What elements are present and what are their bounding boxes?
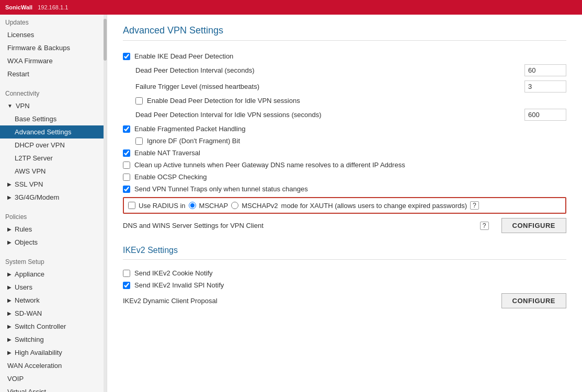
sd-wan-label: SD-WAN <box>15 309 42 317</box>
use-radius-label: Use RADIUS in <box>139 202 186 210</box>
objects-arrow-icon <box>7 239 12 245</box>
send-ikev2-cookie-checkbox[interactable] <box>123 270 130 277</box>
sidebar-item-aws-vpn[interactable]: AWS VPN <box>0 165 107 178</box>
sidebar-item-virtual-assist[interactable]: Virtual Assist <box>0 385 107 392</box>
sidebar-item-l2tp[interactable]: L2TP Server <box>0 152 107 165</box>
ignore-df-checkbox[interactable] <box>135 137 143 145</box>
cleanup-tunnels-row: Clean up Active tunnels when Peer Gatewa… <box>123 159 566 171</box>
enable-nat-row: Enable NAT Traversal <box>123 147 566 159</box>
ha-label: High Availability <box>15 349 62 356</box>
configure-ikev2-button[interactable]: CONFIGURE <box>501 293 567 308</box>
cleanup-tunnels-label: Clean up Active tunnels when Peer Gatewa… <box>134 161 566 169</box>
sidebar-item-voip[interactable]: VOIP <box>0 372 107 385</box>
dpd-interval-label: Dead Peer Detection Interval (seconds) <box>135 66 520 74</box>
modem-arrow-icon <box>7 194 12 200</box>
enable-nat-label: Enable NAT Traversal <box>134 149 566 157</box>
sidebar-item-network[interactable]: Network <box>0 294 107 307</box>
sidebar-item-modem[interactable]: 3G/4G/Modem <box>0 191 107 204</box>
users-label: Users <box>15 283 32 291</box>
sidebar: Updates Licenses Firmware & Backups WXA … <box>0 15 107 392</box>
enable-dpd-idle-checkbox[interactable] <box>135 97 143 105</box>
sidebar-item-dhcp-vpn[interactable]: DHCP over VPN <box>0 139 107 152</box>
main-content: Advanced VPN Settings Enable IKE Dead Pe… <box>107 15 582 392</box>
failure-trigger-label: Failure Trigger Level (missed heartbeats… <box>135 83 520 90</box>
mschap-label: MSCHAP <box>199 202 229 210</box>
enable-ike-row: Enable IKE Dead Peer Detection <box>123 50 566 62</box>
enable-ocsp-row: Enable OCSP Checking <box>123 171 566 183</box>
send-ikev2-cookie-row: Send IKEv2 Cookie Notify <box>123 267 566 279</box>
enable-ocsp-checkbox[interactable] <box>123 174 130 181</box>
send-ikev2-spi-row: Send IKEv2 Invalid SPI Notify <box>123 279 566 291</box>
mschapv2-label: MSCHAPv2 <box>242 202 278 210</box>
switch-controller-label: Switch Controller <box>15 322 66 330</box>
send-ikev2-spi-checkbox[interactable] <box>123 282 130 289</box>
brand-logo: SonicWall <box>5 4 32 10</box>
sidebar-item-wxa-firmware[interactable]: WXA Firmware <box>0 54 107 67</box>
sidebar-item-objects[interactable]: Objects <box>0 236 107 249</box>
sidebar-item-switching[interactable]: Switching <box>0 333 107 346</box>
top-bar: SonicWall 192.168.1.1 <box>0 0 582 15</box>
sidebar-item-ssl-vpn[interactable]: SSL VPN <box>0 178 107 191</box>
switching-label: Switching <box>15 336 44 343</box>
network-arrow-icon <box>7 297 12 303</box>
radius-help-icon[interactable]: ? <box>470 201 479 210</box>
appliance-label: Appliance <box>15 270 44 278</box>
dpd-interval-row: Dead Peer Detection Interval (seconds) <box>123 62 566 78</box>
switch-controller-arrow-icon <box>7 324 12 329</box>
system-setup-section-label: System Setup <box>0 254 107 268</box>
sidebar-item-base-settings[interactable]: Base Settings <box>0 112 107 125</box>
enable-ocsp-label: Enable OCSP Checking <box>134 173 566 181</box>
appliance-arrow-icon <box>7 271 12 277</box>
failure-trigger-input[interactable] <box>524 80 566 93</box>
enable-ike-checkbox[interactable] <box>123 53 130 60</box>
sidebar-item-restart[interactable]: Restart <box>0 67 107 80</box>
use-radius-checkbox[interactable] <box>128 202 135 209</box>
connectivity-section-label: Connectivity <box>0 86 107 99</box>
send-vpn-traps-label: Send VPN Tunnel Traps only when tunnel s… <box>134 185 566 193</box>
modem-label: 3G/4G/Modem <box>15 193 59 201</box>
users-arrow-icon <box>7 284 12 290</box>
radius-mode-suffix-label: mode for XAUTH (allows users to change e… <box>281 202 467 210</box>
sidebar-item-ha[interactable]: High Availability <box>0 346 107 359</box>
sidebar-item-appliance[interactable]: Appliance <box>0 268 107 281</box>
sidebar-item-users[interactable]: Users <box>0 281 107 294</box>
sidebar-item-vpn[interactable]: VPN <box>0 99 107 112</box>
send-vpn-traps-row: Send VPN Tunnel Traps only when tunnel s… <box>123 183 566 195</box>
sidebar-item-licenses[interactable]: Licenses <box>0 28 107 41</box>
page-title: Advanced VPN Settings <box>123 25 566 41</box>
send-vpn-traps-checkbox[interactable] <box>123 186 130 193</box>
dns-wins-row: DNS and WINS Server Settings for VPN Cli… <box>123 216 566 235</box>
cleanup-tunnels-checkbox[interactable] <box>123 162 130 169</box>
device-ip: 192.168.1.1 <box>38 4 68 10</box>
network-label: Network <box>15 296 40 304</box>
enable-dpd-idle-row: Enable Dead Peer Detection for Idle VPN … <box>123 95 566 107</box>
sidebar-item-wan-accel[interactable]: WAN Acceleration <box>0 359 107 372</box>
enable-fragmented-row: Enable Fragmented Packet Handling <box>123 123 566 135</box>
dpd-interval-input[interactable] <box>524 64 566 76</box>
dns-help-icon[interactable]: ? <box>480 222 489 230</box>
sidebar-item-sd-wan[interactable]: SD-WAN <box>0 307 107 320</box>
ikev2-title: IKEv2 Settings <box>123 246 566 260</box>
enable-nat-checkbox[interactable] <box>123 149 130 157</box>
sidebar-item-advanced-settings[interactable]: Advanced Settings <box>0 125 107 139</box>
wan-accel-label: WAN Acceleration <box>7 362 62 370</box>
configure-dns-button[interactable]: CONFIGURE <box>501 218 567 233</box>
voip-label: VOIP <box>7 375 24 383</box>
sd-wan-arrow-icon <box>7 310 12 316</box>
ignore-df-label: Ignore DF (Don't Fragment) Bit <box>147 137 566 145</box>
radius-row: Use RADIUS in MSCHAP MSCHAPv2 mode for X… <box>123 197 566 214</box>
sidebar-item-rules[interactable]: Rules <box>0 223 107 236</box>
rules-label: Rules <box>15 225 32 233</box>
sidebar-item-firmware[interactable]: Firmware & Backups <box>0 41 107 54</box>
virtual-assist-label: Virtual Assist <box>7 388 46 392</box>
vpn-arrow-icon <box>7 103 13 109</box>
rules-arrow-icon <box>7 226 12 232</box>
enable-fragmented-checkbox[interactable] <box>123 125 130 133</box>
sidebar-item-switch-controller[interactable]: Switch Controller <box>0 320 107 333</box>
mschapv2-radio[interactable] <box>231 202 238 209</box>
dpd-idle-interval-input[interactable] <box>524 109 566 121</box>
mschap-radio[interactable] <box>189 202 196 209</box>
failure-trigger-row: Failure Trigger Level (missed heartbeats… <box>123 78 566 95</box>
send-ikev2-cookie-label: Send IKEv2 Cookie Notify <box>134 269 566 277</box>
dns-wins-label: DNS and WINS Server Settings for VPN Cli… <box>123 222 476 229</box>
